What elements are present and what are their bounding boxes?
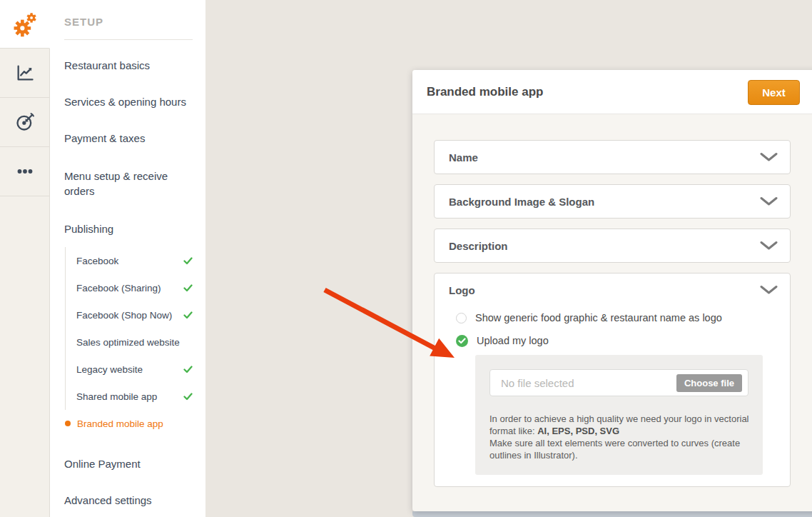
rail-item-setup[interactable] (0, 0, 50, 49)
accordion-logo: Logo Show generic food graphic & restaur… (434, 273, 791, 487)
publishing-sublist: Facebook Facebook (Sharing) Facebook (Sh… (65, 247, 193, 410)
sidebar-item-publishing[interactable]: Publishing (64, 211, 193, 247)
sidebar-item-label: Advanced settings (64, 494, 152, 506)
check-icon (183, 366, 193, 373)
option-label: Upload my logo (477, 335, 549, 346)
upload-help-text: In order to achieve a high quality we ne… (489, 413, 750, 461)
sidebar-item-sales-optimized-website[interactable]: Sales optimized website (76, 328, 193, 356)
sidebar-item-online-payment[interactable]: Online Payment (64, 446, 193, 482)
option-generic-logo[interactable]: Show generic food graphic & restaurant n… (456, 306, 790, 329)
sidebar-item-label: Branded mobile app (77, 418, 163, 429)
sidebar-item-advanced-settings[interactable]: Advanced settings (64, 482, 193, 517)
radio-icon[interactable] (456, 313, 467, 323)
rail-filler (0, 196, 50, 517)
rail-item-stats[interactable] (0, 49, 50, 98)
sidebar-item-label: Publishing (64, 223, 113, 235)
gear-icon (11, 10, 39, 39)
next-button[interactable]: Next (748, 80, 800, 105)
accordion-label: Logo (449, 284, 475, 296)
chevron-down-icon[interactable] (760, 153, 778, 162)
panel-header: Branded mobile app Next (412, 70, 812, 114)
upload-panel: No file selected Choose file In order to… (475, 355, 763, 475)
sidebar-item-legacy-website[interactable]: Legacy website (76, 356, 193, 383)
sidebar-item-restaurant-basics[interactable]: Restaurant basics (64, 47, 193, 84)
branded-mobile-app-panel: Branded mobile app Next Name Background … (412, 70, 812, 511)
sidebar-item-label: Restaurant basics (64, 59, 150, 71)
file-input[interactable]: No file selected Choose file (489, 369, 748, 396)
sidebar-item-label: Sales optimized website (76, 337, 180, 348)
sidebar-item-facebook-shop-now[interactable]: Facebook (Shop Now) (76, 301, 193, 328)
icon-rail (0, 0, 50, 517)
file-input-placeholder: No file selected (501, 377, 574, 389)
sidebar-item-menu-setup[interactable]: Menu setup & receive orders (64, 156, 175, 211)
sidebar-item-payment-taxes[interactable]: Payment & taxes (64, 120, 193, 156)
accordion-label: Description (449, 240, 508, 252)
chevron-down-icon[interactable] (760, 286, 778, 295)
help-formats: AI, EPS, PSD, SVG (537, 426, 619, 436)
sidebar-item-label: Facebook (Sharing) (76, 283, 161, 293)
option-upload-logo[interactable]: Upload my logo (456, 329, 790, 352)
sidebar-divider (64, 39, 193, 40)
help-line-2: Make sure all text elements were convert… (489, 437, 750, 461)
sidebar-item-label: Online Payment (64, 458, 141, 470)
sidebar-item-label: Menu setup & receive orders (64, 169, 175, 199)
sidebar-item-branded-mobile-app[interactable]: Branded mobile app (65, 410, 193, 437)
panel-title: Branded mobile app (427, 85, 543, 99)
chevron-down-icon[interactable] (760, 197, 778, 206)
check-icon (183, 284, 193, 292)
sidebar-item-label: Services & opening hours (64, 96, 186, 108)
selected-check-icon[interactable] (456, 335, 468, 347)
active-dot-icon (65, 421, 71, 426)
check-icon (183, 311, 193, 319)
sidebar-item-label: Shared mobile app (76, 391, 157, 402)
sidebar-title: SETUP (64, 0, 193, 28)
panel-body: Name Background Image & Slogan Descripti… (412, 114, 812, 487)
sidebar-item-facebook[interactable]: Facebook (76, 247, 193, 274)
accordion-logo-header[interactable]: Logo (435, 273, 790, 306)
sidebar-item-label: Facebook (Shop Now) (76, 310, 172, 321)
sidebar-item-facebook-sharing[interactable]: Facebook (Sharing) (76, 274, 193, 301)
chart-icon (15, 63, 35, 83)
check-icon (183, 393, 193, 401)
accordion-description[interactable]: Description (434, 229, 791, 263)
setup-sidebar: SETUP Restaurant basics Services & openi… (50, 0, 205, 517)
target-icon (15, 112, 35, 132)
accordion-label: Background Image & Slogan (449, 196, 594, 208)
accordion-label: Name (449, 151, 478, 164)
sidebar-item-label: Facebook (76, 256, 118, 266)
option-label: Show generic food graphic & restaurant n… (475, 312, 722, 323)
chevron-down-icon[interactable] (760, 241, 778, 251)
check-icon (183, 257, 193, 265)
sidebar-item-shared-mobile-app[interactable]: Shared mobile app (76, 383, 193, 410)
sidebar-item-label: Payment & taxes (64, 132, 145, 144)
choose-file-button[interactable]: Choose file (676, 374, 742, 392)
accordion-background-image-slogan[interactable]: Background Image & Slogan (434, 184, 791, 219)
sidebar-item-label: Legacy website (76, 364, 143, 375)
rail-item-more[interactable] (0, 147, 50, 196)
ellipsis-icon (14, 163, 36, 180)
rail-item-marketing[interactable] (0, 98, 50, 147)
horizontal-scrollbar[interactable] (412, 511, 812, 517)
sidebar-item-services-opening-hours[interactable]: Services & opening hours (64, 84, 193, 120)
accordion-name[interactable]: Name (434, 140, 791, 174)
